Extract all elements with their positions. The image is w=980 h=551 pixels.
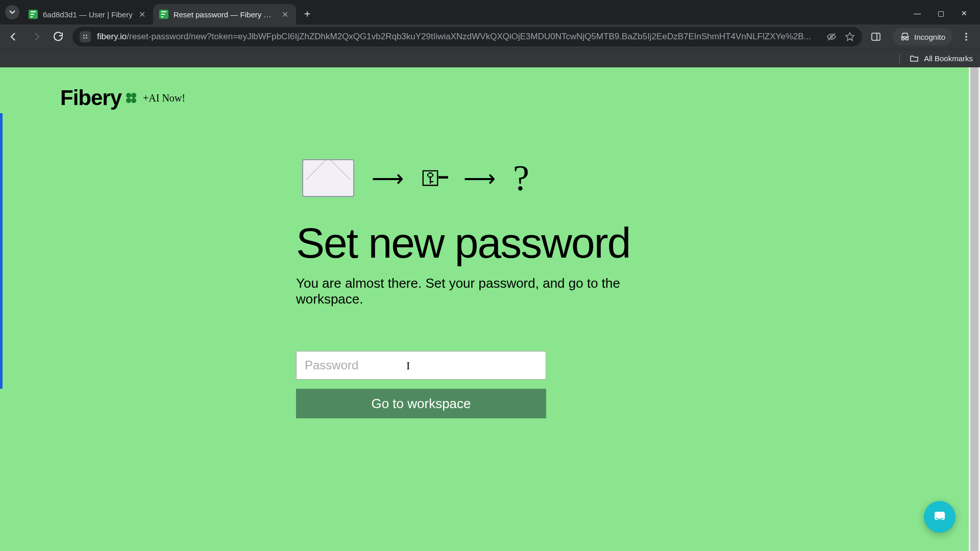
nav-reload-button[interactable] (50, 28, 67, 45)
arrow-right-icon: ⟶ (372, 165, 404, 191)
arrow-right-icon: ⟶ (463, 165, 496, 191)
go-to-workspace-button[interactable]: Go to workspace (296, 389, 546, 418)
incognito-label: Incognito (914, 33, 945, 41)
svg-rect-14 (935, 512, 945, 520)
folder-icon (910, 54, 919, 63)
window-controls: — ▢ ✕ (913, 9, 980, 24)
new-tab-button[interactable]: ＋ (299, 5, 315, 21)
browser-tab-title: Reset password — Fibery — Fib (174, 10, 276, 19)
reset-password-panel: ⟶ ⚿━ ⟶ ? Set new password You are almost… (296, 159, 684, 418)
reload-icon (54, 32, 64, 42)
svg-point-5 (902, 38, 904, 40)
nav-back-button[interactable] (5, 28, 22, 45)
svg-point-9 (965, 39, 967, 41)
svg-point-6 (906, 38, 909, 40)
nav-forward-button (28, 28, 45, 45)
window-minimize-button[interactable]: — (913, 9, 922, 17)
chat-icon (932, 509, 947, 524)
browser-tab-title: 6ad8d3d1 — User | Fibery (43, 10, 133, 19)
bookmark-star-icon[interactable] (845, 32, 855, 42)
page-viewport: Fibery +AI Now! ⟶ ⚿━ ⟶ ? Set new passwor… (0, 67, 980, 551)
tab-close-icon[interactable]: ✕ (281, 10, 290, 19)
svg-point-10 (126, 93, 131, 98)
svg-point-8 (965, 36, 967, 38)
tab-close-icon[interactable]: ✕ (138, 10, 147, 19)
window-maximize-button[interactable]: ▢ (936, 9, 945, 17)
address-bar[interactable]: fibery.io/reset-password/new?token=eyJlb… (72, 27, 862, 46)
svg-point-11 (131, 93, 136, 98)
kebab-icon (961, 32, 971, 42)
vertical-scrollbar[interactable] (969, 67, 980, 551)
tab-strip: 6ad8d3d1 — User | Fibery ✕ Reset passwor… (0, 0, 980, 24)
url-text: fibery.io/reset-password/new?token=eyJlb… (97, 32, 816, 42)
flow-illustration: ⟶ ⚿━ ⟶ ? (296, 159, 684, 197)
panel-icon (871, 32, 881, 42)
envelope-icon (302, 159, 354, 197)
window-close-button[interactable]: ✕ (960, 9, 969, 17)
question-mark-icon: ? (513, 160, 529, 196)
svg-point-7 (965, 33, 967, 35)
arrow-right-icon (31, 32, 41, 42)
browser-menu-button[interactable] (958, 28, 975, 45)
browser-toolbar: fibery.io/reset-password/new?token=eyJlb… (0, 24, 980, 49)
fibery-favicon-icon (159, 10, 168, 19)
separator: │ (898, 54, 902, 63)
tab-search-button[interactable] (5, 5, 19, 19)
incognito-icon (900, 32, 910, 42)
clover-icon (125, 91, 138, 105)
page-subtext: You are almost there. Set your password,… (296, 276, 684, 307)
arrow-left-icon (9, 32, 19, 42)
logo-badge: +AI Now! (143, 92, 185, 104)
page-title: Set new password (296, 221, 684, 264)
fibery-logo[interactable]: Fibery +AI Now! (60, 86, 185, 110)
browser-tab-0[interactable]: 6ad8d3d1 — User | Fibery ✕ (22, 4, 153, 24)
key-icon: ⚿━ (421, 167, 446, 189)
password-input[interactable] (296, 351, 546, 380)
fibery-favicon-icon (29, 10, 38, 19)
logo-wordmark: Fibery (60, 86, 121, 110)
svg-point-12 (126, 98, 131, 103)
browser-tab-1[interactable]: Reset password — Fibery — Fib ✕ (153, 4, 296, 24)
browser-chrome: 6ad8d3d1 — User | Fibery ✕ Reset passwor… (0, 0, 980, 67)
intercom-chat-button[interactable] (924, 501, 955, 533)
all-bookmarks-button[interactable]: All Bookmarks (924, 54, 973, 63)
bookmarks-bar: │ All Bookmarks (0, 49, 980, 67)
side-panel-button[interactable] (867, 28, 885, 45)
eye-off-icon[interactable] (826, 32, 837, 42)
chevron-down-icon (9, 9, 15, 15)
svg-rect-3 (872, 33, 880, 40)
svg-point-13 (131, 98, 136, 103)
incognito-indicator[interactable]: Incognito (893, 28, 952, 45)
site-info-icon[interactable] (80, 31, 91, 42)
